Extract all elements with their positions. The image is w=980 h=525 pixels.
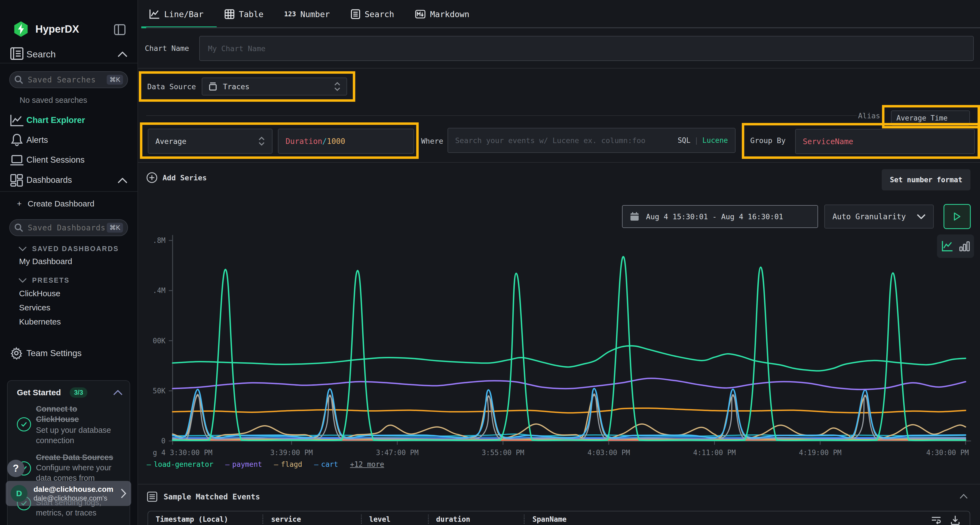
run-query-button[interactable] (943, 204, 971, 229)
wrap-text-icon[interactable] (931, 515, 942, 525)
aggregation-value: Average (156, 137, 186, 146)
legend-item-flagd[interactable]: —flagd (274, 460, 302, 468)
list-icon (147, 491, 158, 502)
markdown-icon (415, 9, 426, 19)
chart-type-tabbar: Line/Bar Table 123 Number Search Markdow… (146, 0, 472, 28)
sidebar-item-chart-explorer[interactable]: Chart Explorer (26, 115, 85, 125)
tab-markdown[interactable]: Markdown (412, 0, 472, 28)
dashboards-grid-icon (10, 174, 24, 187)
sidebar-item-services[interactable]: Services (19, 303, 50, 312)
saved-searches-input[interactable] (27, 75, 107, 85)
user-team: dale@clickhouse.com's (33, 494, 120, 502)
sidebar-item-team-settings[interactable]: Team Settings (26, 348, 82, 358)
svg-text:Aug 4 3:30:00 PM: Aug 4 3:30:00 PM (153, 449, 212, 457)
shortcut-badge: ⌘K (107, 75, 123, 85)
column-header-timestamp[interactable]: Timestamp (Local) (156, 511, 228, 525)
tab-line-bar[interactable]: Line/Bar (146, 0, 206, 28)
expression-input[interactable]: Duration/1000 (278, 128, 414, 154)
column-header-service[interactable]: service (271, 511, 301, 525)
where-placeholder: Search your events w/ Lucene ex. column:… (455, 136, 646, 145)
group-by-value: ServiceName (803, 137, 853, 146)
chart-legend: —load-generator —payment —flagd —cart +1… (147, 460, 384, 468)
saved-dashboards-input[interactable] (27, 223, 107, 233)
no-saved-searches-text: No saved searches (20, 96, 87, 105)
tab-search[interactable]: Search (348, 0, 397, 28)
svg-text:3:47:00 PM: 3:47:00 PM (376, 449, 419, 457)
add-series-button[interactable]: Add Series (146, 172, 207, 183)
presets-heading[interactable]: PRESETS (19, 276, 70, 284)
toggle-separator: | (694, 136, 698, 144)
get-started-item-title[interactable]: Create Data Sources (36, 452, 113, 462)
help-button[interactable]: ? (7, 460, 24, 477)
date-range-value: Aug 4 15:30:01 - Aug 4 16:30:01 (646, 213, 783, 221)
avatar: D (11, 485, 27, 502)
data-source-select[interactable]: Traces (202, 78, 347, 95)
create-dashboard-button[interactable]: +Create Dashboard (17, 199, 94, 208)
aggregation-select[interactable]: Average (148, 128, 272, 154)
svg-text:4:19:00 PM: 4:19:00 PM (799, 449, 842, 457)
lucene-toggle[interactable]: Lucene (702, 136, 728, 144)
download-icon[interactable] (950, 515, 961, 525)
column-resizer[interactable] (524, 515, 525, 524)
granularity-select[interactable]: Auto Granularity (824, 205, 934, 228)
date-range-picker[interactable]: Aug 4 15:30:01 - Aug 4 16:30:01 (622, 205, 818, 228)
search-section-chevron-up-icon[interactable] (118, 52, 127, 57)
get-started-item-desc: Set up your databaseconnection (36, 425, 111, 446)
legend-swatch: — (314, 460, 318, 468)
column-resizer[interactable] (428, 515, 429, 524)
svg-text:3:39:00 PM: 3:39:00 PM (270, 449, 313, 457)
set-number-format-button[interactable]: Set number format (882, 169, 970, 190)
saved-dashboards-heading[interactable]: SAVED DASHBOARDS (19, 245, 119, 253)
sample-events-table: Timestamp (Local) service level duration… (148, 511, 970, 525)
column-header-level[interactable]: level (369, 511, 390, 525)
sidebar-item-my-dashboard[interactable]: My Dashboard (19, 257, 72, 266)
check-circle-icon (17, 417, 31, 431)
sidebar-item-dashboards[interactable]: Dashboards (26, 175, 72, 185)
column-header-duration[interactable]: duration (436, 511, 470, 525)
legend-more-link[interactable]: +12 more (350, 460, 384, 468)
number-123-icon: 123 (284, 10, 296, 18)
group-by-input[interactable]: ServiceName (795, 129, 975, 154)
legend-item-payment[interactable]: —payment (225, 460, 262, 468)
sidebar-collapse-icon[interactable] (114, 24, 126, 35)
where-input[interactable]: Search your events w/ Lucene ex. column:… (447, 128, 735, 153)
svg-text:4:30:00 PM: 4:30:00 PM (926, 449, 969, 457)
search-icon (14, 223, 24, 232)
column-resizer[interactable] (262, 515, 263, 524)
sidebar-item-client-sessions[interactable]: Client Sessions (26, 155, 85, 165)
user-account-chip[interactable]: D dale@clickhouse.com dale@clickhouse.co… (6, 481, 131, 506)
sample-events-header[interactable]: Sample Matched Events (147, 491, 260, 502)
sidebar-item-clickhouse[interactable]: ClickHouse (19, 289, 60, 298)
legend-swatch: — (225, 460, 229, 468)
tab-table[interactable]: Table (221, 0, 266, 28)
get-started-item-title[interactable]: Connect toClickHouse (36, 404, 79, 424)
column-resizer[interactable] (361, 515, 362, 524)
sidebar-item-kubernetes[interactable]: Kubernetes (19, 317, 61, 327)
sidebar-section-search[interactable]: Search (26, 49, 56, 60)
saved-dashboards-search[interactable]: ⌘K (9, 219, 128, 236)
chart-name-input[interactable] (199, 36, 974, 61)
sidebar: HyperDX Search ⌘K No saved searches Char… (0, 0, 138, 525)
legend-item-load-generator[interactable]: —load-generator (147, 460, 213, 468)
data-source-value: Traces (223, 82, 250, 91)
dashboards-chevron-up-icon[interactable] (118, 178, 127, 183)
alias-label: Alias (858, 111, 880, 120)
get-started-chevron-up-icon[interactable] (113, 390, 123, 395)
select-chevrons-icon (334, 82, 340, 91)
gear-icon (10, 347, 23, 360)
shortcut-badge: ⌘K (107, 223, 123, 233)
svg-text:4:03:00 PM: 4:03:00 PM (587, 449, 630, 457)
collapse-chevron-up-icon[interactable] (959, 494, 968, 499)
user-email: dale@clickhouse.com (33, 485, 120, 494)
client-sessions-laptop-icon (10, 154, 24, 167)
saved-searches-search[interactable]: ⌘K (9, 71, 128, 88)
aggregation-highlight: Average Duration/1000 (140, 122, 419, 159)
sql-toggle[interactable]: SQL (678, 136, 690, 144)
tab-number[interactable]: 123 Number (282, 0, 332, 28)
legend-item-cart[interactable]: —cart (314, 460, 338, 468)
column-header-spanname[interactable]: SpanName (533, 511, 566, 525)
data-source-label: Data Source (147, 82, 196, 91)
sidebar-item-alerts[interactable]: Alerts (26, 135, 48, 145)
get-started-progress-badge: 3/3 (70, 387, 88, 398)
timeseries-chart[interactable]: 0450K900K1.4M1.8MAug 4 3:30:00 PM3:39:00… (153, 233, 980, 468)
